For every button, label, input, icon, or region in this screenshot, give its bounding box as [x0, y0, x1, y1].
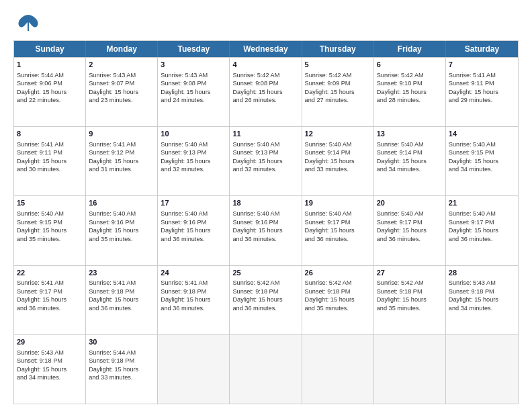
- calendar-cell: [446, 335, 518, 404]
- day-info-line: and 36 minutes.: [232, 304, 298, 312]
- day-info-line: Daylight: 15 hours: [305, 157, 371, 165]
- day-info-line: Daylight: 15 hours: [89, 226, 154, 234]
- day-info-line: Daylight: 15 hours: [232, 295, 298, 304]
- day-info-line: and 32 minutes.: [161, 165, 226, 173]
- day-number: 8: [17, 129, 83, 139]
- day-info-line: Daylight: 15 hours: [17, 365, 83, 373]
- day-info-line: Sunrise: 5:40 AM: [232, 140, 298, 148]
- day-info-line: and 36 minutes.: [17, 304, 83, 312]
- day-number: 5: [305, 60, 371, 70]
- calendar-cell: 5Sunrise: 5:42 AMSunset: 9:09 PMDaylight…: [302, 58, 374, 126]
- calendar-cell: 6Sunrise: 5:42 AMSunset: 9:10 PMDaylight…: [374, 58, 446, 126]
- day-info-line: Sunset: 9:18 PM: [305, 287, 371, 295]
- calendar-row: 8Sunrise: 5:41 AMSunset: 9:11 PMDaylight…: [14, 126, 518, 195]
- day-info-line: Sunrise: 5:40 AM: [161, 140, 226, 148]
- day-info-line: Sunrise: 5:40 AM: [89, 210, 154, 218]
- calendar-cell: 7Sunrise: 5:41 AMSunset: 9:11 PMDaylight…: [446, 58, 518, 126]
- day-info-line: Daylight: 15 hours: [161, 226, 226, 234]
- calendar-body: 1Sunrise: 5:44 AMSunset: 9:06 PMDaylight…: [14, 57, 518, 404]
- day-info-line: Sunrise: 5:42 AM: [377, 71, 443, 79]
- header: [13, 12, 519, 34]
- day-info-line: Daylight: 15 hours: [161, 295, 226, 304]
- day-info-line: Sunset: 9:12 PM: [89, 148, 154, 156]
- day-info-line: and 32 minutes.: [232, 165, 298, 173]
- day-info-line: Sunset: 9:13 PM: [161, 148, 226, 156]
- day-info-line: Sunrise: 5:41 AM: [89, 140, 154, 148]
- day-info-line: Sunrise: 5:40 AM: [449, 210, 515, 218]
- day-info-line: Daylight: 15 hours: [377, 295, 443, 304]
- calendar-cell: 26Sunrise: 5:42 AMSunset: 9:18 PMDayligh…: [302, 266, 374, 334]
- calendar-cell: [374, 335, 446, 404]
- day-info-line: Sunset: 9:11 PM: [449, 79, 515, 87]
- day-info-line: Sunset: 9:18 PM: [161, 287, 226, 295]
- day-number: 23: [89, 268, 154, 278]
- day-info-line: Sunrise: 5:42 AM: [377, 279, 443, 287]
- calendar-cell: 29Sunrise: 5:43 AMSunset: 9:18 PMDayligh…: [14, 335, 86, 404]
- day-info-line: Sunset: 9:15 PM: [449, 148, 515, 156]
- day-info-line: Sunrise: 5:42 AM: [232, 71, 298, 79]
- day-info-line: Daylight: 15 hours: [449, 226, 515, 234]
- calendar-cell: 20Sunrise: 5:40 AMSunset: 9:17 PMDayligh…: [374, 196, 446, 265]
- day-info-line: Sunrise: 5:43 AM: [449, 279, 515, 287]
- day-number: 27: [377, 268, 443, 278]
- calendar-row: 29Sunrise: 5:43 AMSunset: 9:18 PMDayligh…: [14, 334, 518, 404]
- day-info-line: Sunrise: 5:41 AM: [161, 279, 226, 287]
- calendar-header-cell: Saturday: [446, 41, 518, 57]
- day-info-line: and 35 minutes.: [305, 304, 371, 312]
- calendar-cell: 24Sunrise: 5:41 AMSunset: 9:18 PMDayligh…: [158, 266, 230, 334]
- day-number: 14: [449, 129, 515, 139]
- day-number: 22: [17, 268, 83, 278]
- day-info-line: and 23 minutes.: [89, 96, 154, 104]
- day-info-line: Daylight: 15 hours: [17, 226, 83, 234]
- day-info-line: and 36 minutes.: [305, 235, 371, 243]
- day-number: 4: [232, 60, 298, 70]
- day-info-line: Sunrise: 5:41 AM: [17, 140, 83, 148]
- day-info-line: and 24 minutes.: [161, 96, 226, 104]
- day-number: 13: [377, 129, 443, 139]
- day-info-line: Daylight: 15 hours: [449, 88, 515, 96]
- day-info-line: Sunrise: 5:40 AM: [305, 140, 371, 148]
- calendar-row: 15Sunrise: 5:40 AMSunset: 9:15 PMDayligh…: [14, 195, 518, 265]
- day-info-line: Sunrise: 5:41 AM: [89, 279, 154, 287]
- day-number: 21: [449, 198, 515, 208]
- day-info-line: Sunset: 9:16 PM: [89, 218, 154, 226]
- day-info-line: and 36 minutes.: [232, 235, 298, 243]
- day-number: 24: [161, 268, 226, 278]
- calendar-cell: 1Sunrise: 5:44 AMSunset: 9:06 PMDaylight…: [14, 58, 86, 126]
- day-info-line: Daylight: 15 hours: [305, 226, 371, 234]
- day-info-line: and 34 minutes.: [449, 304, 515, 312]
- calendar: SundayMondayTuesdayWednesdayThursdayFrid…: [13, 40, 519, 404]
- calendar-cell: 14Sunrise: 5:40 AMSunset: 9:15 PMDayligh…: [446, 127, 518, 195]
- day-info-line: Daylight: 15 hours: [17, 88, 83, 96]
- day-info-line: Sunrise: 5:44 AM: [17, 71, 83, 79]
- calendar-header-cell: Thursday: [302, 41, 374, 57]
- day-info-line: Daylight: 15 hours: [449, 295, 515, 304]
- day-info-line: and 30 minutes.: [17, 165, 83, 173]
- day-info-line: Daylight: 15 hours: [17, 157, 83, 165]
- day-info-line: Sunrise: 5:40 AM: [161, 210, 226, 218]
- calendar-cell: 28Sunrise: 5:43 AMSunset: 9:18 PMDayligh…: [446, 266, 518, 334]
- day-info-line: Daylight: 15 hours: [232, 88, 298, 96]
- calendar-header-cell: Monday: [86, 41, 158, 57]
- day-info-line: Sunrise: 5:42 AM: [305, 71, 371, 79]
- day-info-line: Daylight: 15 hours: [89, 365, 154, 373]
- day-info-line: and 34 minutes.: [377, 165, 443, 173]
- day-number: 15: [17, 198, 83, 208]
- day-info-line: Daylight: 15 hours: [305, 88, 371, 96]
- calendar-cell: 2Sunrise: 5:43 AMSunset: 9:07 PMDaylight…: [86, 58, 158, 126]
- day-info-line: and 36 minutes.: [89, 304, 154, 312]
- day-number: 30: [89, 337, 154, 347]
- day-info-line: Sunset: 9:07 PM: [89, 79, 154, 87]
- day-info-line: Sunset: 9:17 PM: [305, 218, 371, 226]
- day-info-line: Sunset: 9:18 PM: [377, 287, 443, 295]
- day-info-line: Daylight: 15 hours: [377, 226, 443, 234]
- day-info-line: Sunrise: 5:40 AM: [449, 140, 515, 148]
- calendar-cell: 11Sunrise: 5:40 AMSunset: 9:13 PMDayligh…: [230, 127, 302, 195]
- day-info-line: Sunset: 9:08 PM: [232, 79, 298, 87]
- day-number: 16: [89, 198, 154, 208]
- day-info-line: Sunset: 9:09 PM: [305, 79, 371, 87]
- day-info-line: Sunset: 9:08 PM: [161, 79, 226, 87]
- day-info-line: Sunset: 9:15 PM: [17, 218, 83, 226]
- day-info-line: Sunrise: 5:44 AM: [89, 349, 154, 357]
- day-info-line: and 36 minutes.: [449, 235, 515, 243]
